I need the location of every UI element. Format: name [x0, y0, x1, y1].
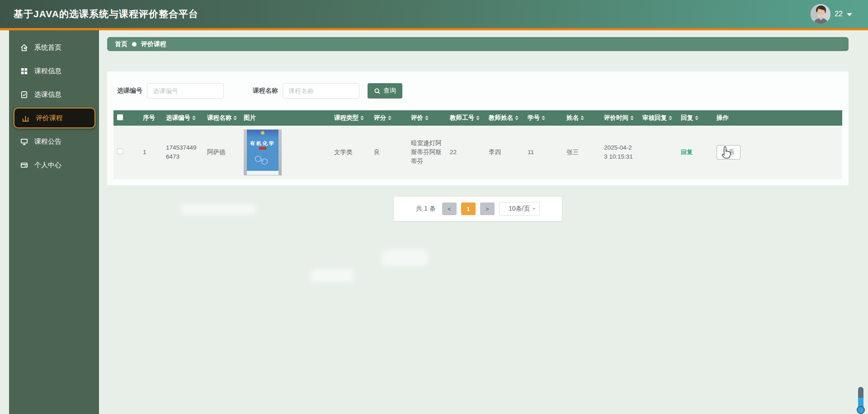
user-menu[interactable]: 22 — [811, 4, 852, 24]
sidebar: 系统首页 课程信息 选课信息 评价课程 课程公告 — [9, 30, 99, 414]
chevron-down-icon — [532, 208, 536, 210]
sidebar-item-home[interactable]: 系统首页 — [9, 36, 99, 59]
sidebar-item-label: 课程信息 — [34, 67, 61, 75]
sidebar-item-label: 选课信息 — [34, 90, 61, 99]
query-button[interactable]: 查询 — [368, 83, 402, 99]
table-header: 序号 选课编号 课程名称 图片 课程类型 评分 评价 教师工号 教师姓名 学号 … — [113, 110, 842, 126]
sort-carets-icon — [542, 116, 545, 120]
app-window: 基于JAVA的选课系统与课程评价整合平台 22 系统首页 — [0, 0, 868, 414]
scrollbar[interactable] — [857, 387, 865, 414]
book-publisher-strip — [247, 171, 278, 175]
page-1-button[interactable]: 1 — [461, 202, 476, 215]
sort-carets-icon — [515, 116, 519, 120]
th-course-type[interactable]: 课程类型 — [330, 110, 370, 126]
cell-teacher-name: 李四 — [485, 126, 524, 179]
cell-course-type: 文学类 — [330, 126, 370, 179]
th-course-name[interactable]: 课程名称 — [203, 110, 240, 126]
th-reply[interactable]: 回复 — [677, 110, 713, 126]
sidebar-item-label: 课程公告 — [34, 137, 61, 146]
pagination: 共 1 条 < 1 > 10条/页 — [394, 197, 562, 221]
evaluation-table: 序号 选课编号 课程名称 图片 课程类型 评分 评价 教师工号 教师姓名 学号 … — [113, 110, 842, 179]
breadcrumb-separator-dot — [132, 42, 137, 47]
sidebar-item-course-notice[interactable]: 课程公告 — [9, 130, 99, 153]
cell-reply: 回复 — [677, 126, 713, 179]
cell-student-name: 张三 — [563, 126, 600, 179]
page-size-select[interactable]: 10条/页 — [499, 202, 540, 216]
grid-icon — [20, 67, 28, 75]
breadcrumb: 首页 评价课程 — [107, 37, 849, 51]
sidebar-item-label: 评价课程 — [36, 114, 63, 122]
sort-carets-icon — [233, 116, 237, 120]
mouse-cursor — [721, 146, 732, 159]
breadcrumb-home[interactable]: 首页 — [115, 40, 127, 48]
sidebar-item-personal-center[interactable]: 个人中心 — [9, 153, 99, 177]
select-id-input[interactable] — [147, 83, 224, 99]
sort-carets-icon — [192, 116, 196, 120]
cell-score: 良 — [370, 126, 407, 179]
course-image[interactable]: 有机化学 — [244, 129, 282, 175]
sort-carets-icon — [669, 116, 672, 120]
sort-carets-icon — [425, 116, 429, 120]
main-content: 首页 评价课程 选课编号 课程名称 查询 — [99, 30, 868, 414]
sort-carets-icon — [580, 116, 584, 120]
bar-chart-icon — [21, 114, 30, 122]
th-teacher-id[interactable]: 教师工号 — [446, 110, 485, 126]
id-card-icon — [20, 161, 28, 169]
pagination-total: 共 1 条 — [416, 205, 436, 213]
cell-course-name: 阿萨德 — [203, 126, 240, 179]
content-card: 选课编号 课程名称 查询 — [107, 71, 849, 185]
sidebar-item-course-info[interactable]: 课程信息 — [9, 59, 99, 83]
breadcrumb-current: 评价课程 — [141, 40, 166, 48]
sort-carets-icon — [695, 116, 698, 120]
th-image: 图片 — [240, 110, 330, 126]
th-select-id[interactable]: 选课编号 — [162, 110, 203, 126]
th-student-name[interactable]: 姓名 — [563, 110, 600, 126]
th-evaluation[interactable]: 评价 — [407, 110, 446, 126]
top-header: 基于JAVA的选课系统与课程评价整合平台 22 — [0, 0, 868, 28]
user-avatar[interactable] — [811, 4, 830, 24]
prev-page-button[interactable]: < — [442, 202, 457, 215]
th-score[interactable]: 评分 — [370, 110, 407, 126]
course-name-label: 课程名称 — [253, 87, 278, 95]
cell-student-id: 11 — [524, 126, 563, 179]
home-icon — [20, 43, 28, 52]
sidebar-item-course-select-info[interactable]: 选课信息 — [9, 83, 99, 106]
book-tag — [259, 147, 266, 150]
artifact-smudge — [382, 250, 428, 266]
molecule-art-icon — [254, 153, 272, 171]
table-row: 1 1745374496473 阿萨德 有机化学 — [113, 126, 842, 179]
artifact-smudge — [311, 269, 354, 282]
cell-seq: 1 — [139, 126, 162, 179]
next-page-button[interactable]: > — [480, 202, 495, 215]
sort-carets-icon — [630, 116, 634, 120]
th-select-all[interactable] — [113, 110, 139, 126]
app-title: 基于JAVA的选课系统与课程评价整合平台 — [14, 8, 198, 20]
th-student-id[interactable]: 学号 — [524, 110, 563, 126]
cell-eval-time: 2025-04-23 10:15:31 — [600, 126, 639, 179]
magnifier-icon — [374, 88, 381, 94]
course-name-input[interactable] — [283, 83, 359, 99]
scrollbar-knob[interactable] — [857, 406, 865, 414]
sidebar-item-label: 系统首页 — [34, 43, 61, 52]
search-form: 选课编号 课程名称 查询 — [113, 83, 842, 99]
chevron-down-icon — [847, 13, 852, 16]
th-teacher-name[interactable]: 教师姓名 — [485, 110, 524, 126]
row-checkbox[interactable] — [117, 148, 123, 154]
sidebar-item-evaluate-course[interactable]: 评价课程 — [14, 108, 95, 128]
sidebar-item-label: 个人中心 — [34, 161, 61, 169]
sort-carets-icon — [360, 116, 364, 120]
th-actions: 操作 — [713, 110, 842, 126]
th-audit-reply[interactable]: 审核回复 — [639, 110, 677, 126]
th-seq: 序号 — [139, 110, 162, 126]
monitor-icon — [20, 137, 28, 146]
user-name: 22 — [835, 10, 843, 18]
cell-checkbox — [113, 126, 139, 179]
select-all-checkbox[interactable] — [117, 114, 123, 120]
clipboard-check-icon — [20, 90, 28, 99]
cell-image: 有机化学 — [240, 126, 330, 179]
book-title: 有机化学 — [247, 140, 278, 147]
th-eval-time[interactable]: 评价时间 — [600, 110, 639, 126]
reply-link[interactable]: 回复 — [681, 149, 693, 155]
cell-evaluation: 暗室逢灯阿斯蒂芬阿斯蒂芬 — [407, 126, 446, 179]
cell-teacher-id: 22 — [446, 126, 485, 179]
